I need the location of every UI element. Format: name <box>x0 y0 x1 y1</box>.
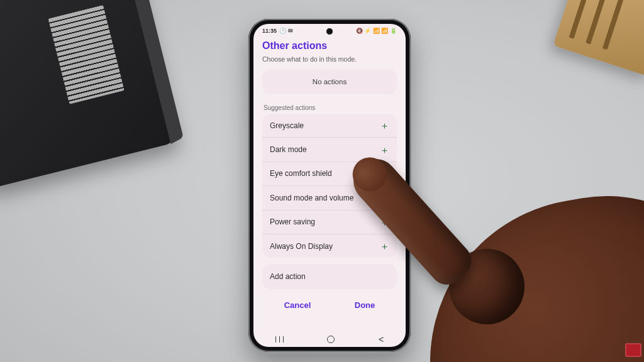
suggested-item-label: Always On Display <box>270 242 333 251</box>
nav-back-icon[interactable]: < <box>379 334 384 344</box>
plus-icon[interactable]: ＋ <box>380 193 389 202</box>
suggested-item-label: Power saving <box>270 217 315 226</box>
done-button[interactable]: Done <box>346 297 384 314</box>
suggested-item-label: Greyscale <box>270 121 304 130</box>
suggested-item-aod[interactable]: Always On Display ＋ <box>262 234 397 258</box>
settings-content: Other actions Choose what to do in this … <box>253 38 406 332</box>
page-subtitle: Choose what to do in this mode. <box>262 55 397 63</box>
suggested-item-sound-volume[interactable]: Sound mode and volume ＋ <box>262 185 397 209</box>
android-navbar: < <box>253 332 406 347</box>
suggested-item-eye-comfort[interactable]: Eye comfort shield ＋ <box>262 162 397 185</box>
suggested-item-label: Dark mode <box>270 145 307 154</box>
add-action-button[interactable]: Add action <box>262 264 397 289</box>
current-actions-card[interactable]: No actions <box>262 69 397 94</box>
suggested-item-label: Eye comfort shield <box>270 169 332 178</box>
suggested-item-power-saving[interactable]: Power saving ＋ <box>262 210 397 234</box>
plus-icon[interactable]: ＋ <box>380 241 389 251</box>
cancel-button[interactable]: Cancel <box>275 297 320 314</box>
nav-home-icon[interactable] <box>327 336 335 343</box>
status-time: 11:35 <box>262 28 277 34</box>
page-title: Other actions <box>262 40 397 52</box>
plus-icon[interactable]: ＋ <box>380 121 389 130</box>
product-box-barcodes <box>48 5 125 104</box>
plus-icon[interactable]: ＋ <box>380 217 389 227</box>
nav-recents-icon[interactable] <box>275 336 284 343</box>
status-left-icons: 🕑 ✉ <box>279 28 293 34</box>
suggested-item-label: Sound mode and volume <box>270 194 353 202</box>
suggested-section-label: Suggested actions <box>264 104 396 111</box>
dialog-button-bar: Cancel Done <box>262 293 397 315</box>
watermark-logo <box>625 343 641 357</box>
suggested-item-greyscale[interactable]: Greyscale ＋ <box>262 114 397 137</box>
add-action-label: Add action <box>270 272 306 281</box>
phone-screen: 11:35 🕑 ✉ 🔇 ⚡ 📶 📶 🔋 Other actions Choose… <box>253 24 406 347</box>
plus-icon[interactable]: ＋ <box>380 169 389 178</box>
suggested-item-dark-mode[interactable]: Dark mode ＋ <box>262 137 397 161</box>
phone-frame: 11:35 🕑 ✉ 🔇 ⚡ 📶 📶 🔋 Other actions Choose… <box>248 19 411 352</box>
status-right-icons: 🔇 ⚡ 📶 📶 🔋 <box>356 28 397 34</box>
front-camera <box>326 28 333 35</box>
suggested-actions-list: Greyscale ＋ Dark mode ＋ Eye comfort shie… <box>262 114 397 258</box>
plus-icon[interactable]: ＋ <box>380 145 389 155</box>
no-actions-label: No actions <box>313 78 347 85</box>
